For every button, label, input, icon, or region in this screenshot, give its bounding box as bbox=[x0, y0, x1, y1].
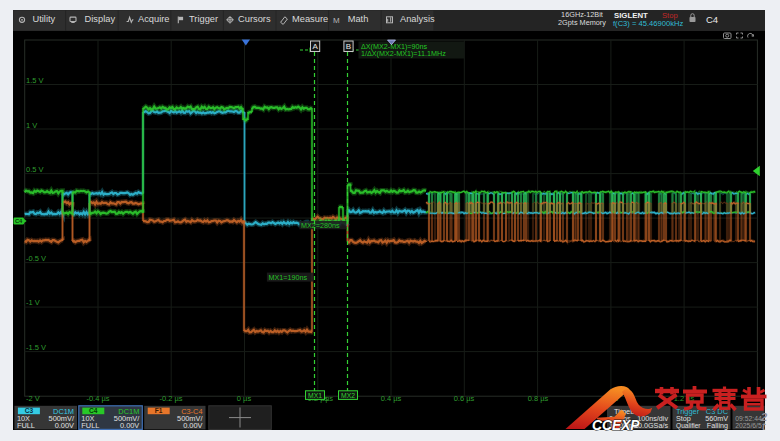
svg-text:-1 V: -1 V bbox=[26, 298, 40, 307]
svg-text:1.5 V: 1.5 V bbox=[26, 76, 44, 85]
svg-text:MX2=280ns: MX2=280ns bbox=[301, 221, 340, 230]
svg-text:0.5 V: 0.5 V bbox=[26, 165, 44, 174]
svg-text:MX2: MX2 bbox=[341, 392, 355, 399]
svg-text:1/ΔX(MX2-MX1)=11.1MHz: 1/ΔX(MX2-MX1)=11.1MHz bbox=[361, 49, 446, 58]
svg-text:Display: Display bbox=[85, 14, 116, 24]
svg-text:Analysis: Analysis bbox=[400, 14, 435, 24]
svg-text:B: B bbox=[346, 42, 351, 51]
svg-text:MX1: MX1 bbox=[308, 392, 322, 399]
svg-text:CCEXP: CCEXP bbox=[592, 418, 640, 433]
svg-text:09:52:44: 09:52:44 bbox=[735, 415, 762, 422]
svg-text:MX1=190ns: MX1=190ns bbox=[269, 273, 308, 282]
svg-text:Utility: Utility bbox=[33, 14, 56, 24]
svg-text:2025/6/5: 2025/6/5 bbox=[735, 422, 762, 429]
svg-text:f(C3) = 45.46900kHz: f(C3) = 45.46900kHz bbox=[613, 19, 683, 28]
svg-text:Falling: Falling bbox=[707, 421, 728, 430]
svg-text:1 V: 1 V bbox=[26, 121, 37, 130]
svg-text:Math: Math bbox=[348, 14, 369, 24]
svg-text:FULL: FULL bbox=[81, 421, 99, 430]
svg-text:Qualifier: Qualifier bbox=[676, 422, 701, 430]
svg-text:Cursors: Cursors bbox=[238, 14, 271, 24]
svg-text:0.00V: 0.00V bbox=[55, 421, 74, 430]
svg-text:-2 V: -2 V bbox=[26, 394, 40, 403]
svg-text:0.00V: 0.00V bbox=[120, 421, 139, 430]
svg-text:2Gpts Memory: 2Gpts Memory bbox=[558, 18, 606, 27]
svg-text:µs: µs bbox=[326, 395, 334, 403]
svg-text:Measure: Measure bbox=[292, 14, 328, 24]
svg-text:0.00V: 0.00V bbox=[183, 421, 202, 430]
svg-text:-0.5 V: -0.5 V bbox=[26, 254, 46, 263]
svg-text:-0.2 µs: -0.2 µs bbox=[159, 394, 182, 403]
svg-text:Trigger: Trigger bbox=[189, 14, 218, 24]
svg-text:0.6 µs: 0.6 µs bbox=[454, 394, 475, 403]
svg-text:C4: C4 bbox=[706, 14, 718, 25]
svg-text:-0.4 µs: -0.4 µs bbox=[86, 394, 109, 403]
svg-text:M: M bbox=[333, 16, 340, 25]
svg-text:FULL: FULL bbox=[17, 421, 35, 430]
svg-text:0.4 µs: 0.4 µs bbox=[381, 394, 402, 403]
svg-text:Acquire: Acquire bbox=[138, 14, 170, 24]
svg-text:C4: C4 bbox=[15, 218, 23, 224]
svg-text:0.8 µs: 0.8 µs bbox=[528, 394, 549, 403]
svg-text:F1: F1 bbox=[155, 407, 163, 414]
svg-text:0 µs: 0 µs bbox=[237, 394, 252, 403]
svg-text:-1.5 V: -1.5 V bbox=[26, 343, 46, 352]
svg-text:A: A bbox=[312, 42, 318, 51]
